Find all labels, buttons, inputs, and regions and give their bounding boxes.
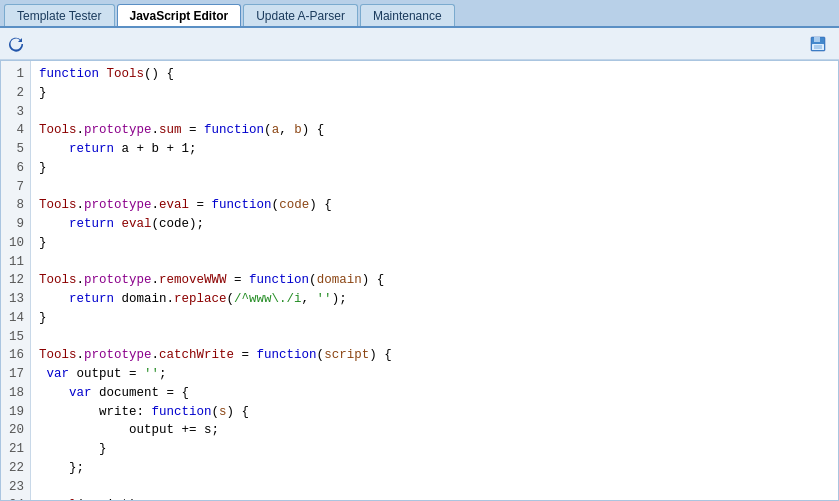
- tab-template-tester[interactable]: Template Tester: [4, 4, 115, 26]
- code-content[interactable]: function Tools() {} Tools.prototype.sum …: [31, 61, 838, 500]
- editor-area[interactable]: 1234567891011121314151617181920212223242…: [0, 60, 839, 501]
- save-icon[interactable]: [807, 33, 829, 55]
- svg-rect-3: [814, 45, 822, 49]
- toolbar: [0, 28, 839, 60]
- tab-update-a-parser[interactable]: Update A-Parser: [243, 4, 358, 26]
- tab-javascript-editor[interactable]: JavaScript Editor: [117, 4, 242, 26]
- tab-maintenance[interactable]: Maintenance: [360, 4, 455, 26]
- tab-bar: Template Tester JavaScript Editor Update…: [0, 0, 839, 28]
- svg-rect-1: [814, 37, 820, 42]
- line-numbers: 1234567891011121314151617181920212223242…: [1, 61, 31, 500]
- reload-icon[interactable]: [6, 34, 26, 54]
